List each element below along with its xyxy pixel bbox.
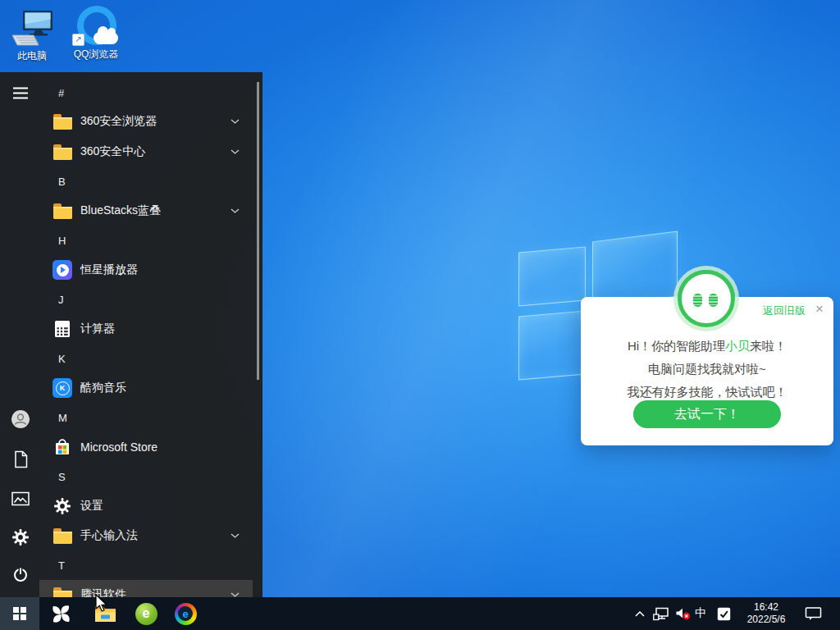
start-menu-item-360-secure-browser[interactable]: 360安全浏览器 [39, 107, 253, 136]
section-header-b[interactable]: B [58, 176, 91, 188]
popup-message-line2: 电脑问题找我就对啦~ [581, 360, 833, 378]
tray-security-check-button[interactable] [714, 597, 733, 630]
popup-message-line3: 我还有好多技能，快试试吧！ [581, 383, 833, 401]
taskbar-colorful-e-browser-button[interactable]: e [171, 597, 200, 630]
action-center-button[interactable] [801, 597, 825, 630]
pinwheel-icon [50, 603, 72, 625]
rail-documents-button[interactable] [10, 449, 31, 470]
shortcut-arrow-badge: ↗ [72, 34, 84, 46]
start-menu-item-bluestacks[interactable]: BlueStacks蓝叠 [39, 196, 253, 226]
network-icon [653, 607, 669, 621]
rail-pictures-button[interactable] [10, 488, 31, 509]
rail-user-avatar[interactable] [10, 409, 31, 430]
desktop-icon-qq-browser[interactable]: ↗ QQ浏览器 [69, 3, 123, 62]
popup-message-line1: Hi！你的智能助理小贝来啦！ [581, 337, 833, 355]
clock-date: 2022/5/6 [747, 614, 786, 626]
kugou-music-icon: K [52, 378, 72, 398]
chevron-down-icon [231, 533, 240, 538]
assistant-mascot [678, 270, 735, 327]
start-menu-item-kugou-music[interactable]: K 酷狗音乐 [39, 373, 253, 403]
qq-browser-icon: ↗ [69, 3, 123, 46]
clock-time: 16:42 [754, 601, 778, 614]
taskbar-pinwheel-app-button[interactable] [48, 597, 74, 630]
tray-volume-button[interactable] [673, 597, 692, 630]
start-menu-item-shouxin-ime[interactable]: 手心输入法 [39, 521, 253, 550]
rail-settings-button[interactable] [10, 527, 31, 548]
section-header-j[interactable]: J [58, 294, 91, 306]
folder-icon [53, 532, 72, 544]
section-header-h[interactable]: H [58, 235, 91, 247]
hengxing-player-icon [52, 260, 72, 280]
start-menu-item-microsoft-store[interactable]: Microsoft Store [39, 432, 253, 462]
gear-icon [53, 497, 71, 515]
volume-muted-icon [675, 607, 691, 620]
start-menu: # B H J K M S T 360安全浏览器 360安全中心 BlueSta… [0, 72, 262, 597]
start-button[interactable] [0, 597, 39, 630]
windows-logo-pane [592, 231, 678, 308]
calculator-icon [53, 320, 71, 338]
this-pc-icon [5, 5, 59, 48]
start-menu-item-tencent-software[interactable]: 腾讯软件 [39, 580, 253, 597]
tray-expand-button[interactable] [630, 597, 650, 630]
section-header-hash[interactable]: # [58, 87, 91, 99]
section-header-s[interactable]: S [58, 471, 91, 483]
document-icon [13, 450, 29, 468]
taskbar: e e 中 [0, 597, 840, 630]
start-menu-scrollbar[interactable] [257, 82, 259, 380]
folder-icon [53, 207, 72, 219]
green-e-browser-icon: e [135, 603, 158, 625]
mascot-eye [693, 294, 702, 307]
section-header-m[interactable]: M [58, 412, 91, 424]
windows-logo-icon [13, 607, 26, 620]
user-avatar-icon [11, 409, 30, 429]
start-menu-item-360-security-center[interactable]: 360安全中心 [39, 137, 253, 167]
try-now-button[interactable]: 去试一下！ [633, 400, 781, 428]
rail-power-button[interactable] [10, 564, 31, 585]
back-to-old-version-link[interactable]: 返回旧版 [763, 304, 806, 318]
power-icon [11, 565, 30, 583]
close-icon[interactable]: × [815, 302, 824, 317]
microsoft-store-icon [52, 437, 72, 457]
tray-input-method-indicator[interactable]: 中 [692, 597, 710, 630]
folder-icon [53, 591, 72, 598]
desktop: 此电脑 ↗ QQ浏览器 [0, 0, 840, 630]
folder-icon [53, 117, 72, 130]
start-menu-item-hengxing-player[interactable]: 恒星播放器 [39, 255, 253, 285]
windows-logo-pane [518, 246, 586, 306]
taskbar-file-explorer-button[interactable] [90, 597, 120, 630]
chevron-down-icon [231, 149, 240, 154]
taskbar-360-browser-button[interactable]: e [131, 597, 161, 630]
tray-network-button[interactable] [651, 597, 671, 630]
hamburger-icon [12, 87, 29, 99]
desktop-icon-this-pc[interactable]: 此电脑 [5, 5, 59, 63]
desktop-icon-label: 此电脑 [5, 49, 59, 63]
gear-icon [11, 528, 30, 546]
rail-hamburger-button[interactable] [10, 82, 31, 103]
file-explorer-icon [94, 605, 116, 623]
taskbar-clock[interactable]: 16:42 2022/5/6 [737, 597, 796, 630]
desktop-icon-label: QQ浏览器 [69, 48, 123, 62]
colorful-e-browser-icon: e [175, 603, 197, 625]
start-menu-item-settings[interactable]: 设置 [39, 491, 253, 521]
assistant-name: 小贝 [725, 339, 750, 353]
chevron-up-icon [635, 611, 645, 617]
windows-logo-pane [518, 310, 586, 380]
action-center-icon [805, 606, 822, 621]
section-header-t[interactable]: T [58, 559, 91, 572]
chevron-down-icon [231, 119, 240, 124]
start-menu-item-calculator[interactable]: 计算器 [39, 314, 253, 344]
input-method-label: 中 [695, 606, 706, 621]
section-header-k[interactable]: K [58, 353, 91, 365]
security-check-icon [717, 607, 731, 621]
pictures-icon [11, 491, 30, 506]
folder-icon [53, 148, 72, 160]
chevron-down-icon [231, 208, 240, 213]
cloud-shape [94, 32, 118, 44]
mascot-eye [709, 294, 718, 307]
